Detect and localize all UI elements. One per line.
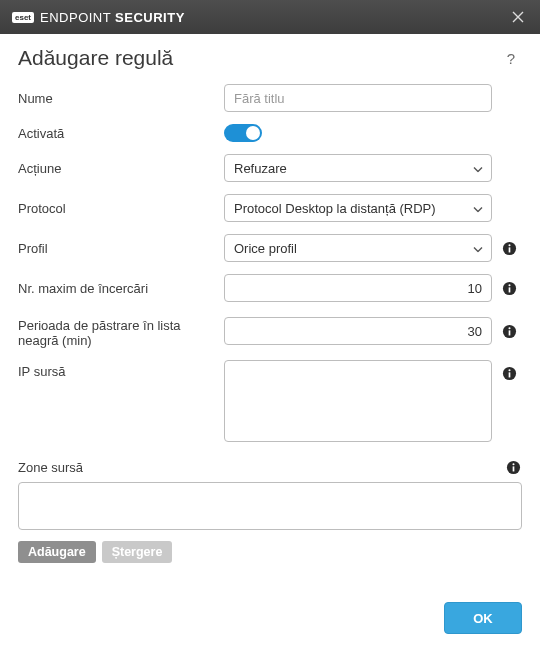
svg-point-2	[508, 244, 510, 246]
label-protocol: Protocol	[18, 201, 216, 216]
info-button-zones[interactable]	[504, 458, 522, 476]
svg-rect-10	[508, 372, 510, 377]
label-max-attempts: Nr. maxim de încercări	[18, 281, 216, 296]
info-button-attempts[interactable]	[500, 279, 518, 297]
brand-light: ENDPOINT	[40, 10, 111, 25]
info-icon	[502, 241, 517, 256]
info-icon	[502, 324, 517, 339]
brand: eset ENDPOINT SECURITY	[12, 10, 185, 25]
label-profile: Profil	[18, 241, 216, 256]
profile-selected: Orice profil	[234, 241, 297, 256]
label-blacklist-period: Perioada de păstrare în lista neagră (mi…	[18, 314, 216, 348]
svg-rect-13	[512, 466, 514, 471]
add-zone-button[interactable]: Adăugare	[18, 541, 96, 563]
titlebar: eset ENDPOINT SECURITY	[0, 0, 540, 34]
action-select[interactable]: Refuzare	[224, 154, 492, 182]
chevron-down-icon	[473, 161, 483, 176]
svg-rect-7	[508, 330, 510, 335]
zones-input[interactable]	[18, 482, 522, 530]
close-icon	[512, 11, 524, 23]
chevron-down-icon	[473, 241, 483, 256]
info-button-blacklist[interactable]	[500, 322, 518, 340]
chevron-down-icon	[473, 201, 483, 216]
label-name: Nume	[18, 91, 216, 106]
ok-button[interactable]: OK	[444, 602, 522, 634]
brand-text: ENDPOINT SECURITY	[40, 10, 185, 25]
label-source-ip: IP sursă	[18, 360, 216, 379]
profile-select[interactable]: Orice profil	[224, 234, 492, 262]
help-icon: ?	[507, 50, 515, 67]
label-action: Acțiune	[18, 161, 216, 176]
svg-rect-1	[508, 247, 510, 252]
info-icon	[502, 281, 517, 296]
action-selected: Refuzare	[234, 161, 287, 176]
protocol-selected: Protocol Desktop la distanță (RDP)	[234, 201, 436, 216]
form: Nume Activată Acțiune Refuzare Protocol …	[18, 84, 522, 442]
name-input[interactable]	[224, 84, 492, 112]
info-icon	[502, 366, 517, 381]
blacklist-period-input[interactable]	[224, 317, 492, 345]
close-button[interactable]	[506, 5, 530, 29]
svg-point-8	[508, 327, 510, 329]
delete-zone-button: Ștergere	[102, 541, 173, 563]
info-icon	[506, 460, 521, 475]
svg-point-5	[508, 284, 510, 286]
info-button-source-ip[interactable]	[500, 364, 518, 382]
help-button[interactable]: ?	[500, 47, 522, 69]
protocol-select[interactable]: Protocol Desktop la distanță (RDP)	[224, 194, 492, 222]
max-attempts-input[interactable]	[224, 274, 492, 302]
enabled-toggle[interactable]	[224, 124, 262, 142]
label-enabled: Activată	[18, 126, 216, 141]
info-button-profile[interactable]	[500, 239, 518, 257]
svg-point-14	[512, 463, 514, 465]
toggle-knob	[246, 126, 260, 140]
brand-badge: eset	[12, 12, 34, 23]
footer: OK	[0, 592, 540, 650]
brand-bold: SECURITY	[115, 10, 185, 25]
svg-rect-4	[508, 287, 510, 292]
zones-section: Zone sursă Adăugare Ștergere	[18, 458, 522, 563]
source-ip-input[interactable]	[224, 360, 492, 442]
page-title: Adăugare regulă	[18, 46, 500, 70]
label-zones: Zone sursă	[18, 460, 504, 475]
svg-point-11	[508, 369, 510, 371]
